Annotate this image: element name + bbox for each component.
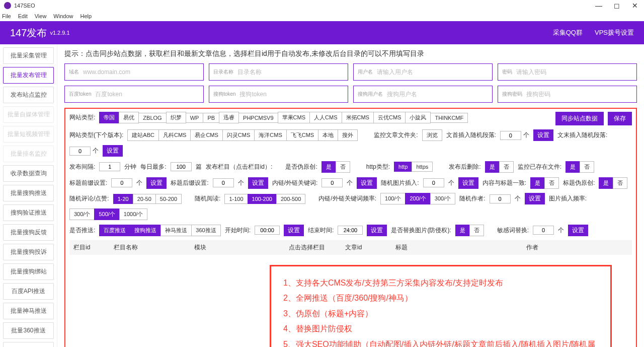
sidebar-item-1[interactable]: 批量发布管理	[3, 67, 54, 84]
insert-tail-input[interactable]	[69, 147, 91, 156]
header-link-qq[interactable]: 采集QQ群	[553, 28, 583, 37]
kw-set-button[interactable]: 设置	[357, 177, 377, 189]
menu-edit[interactable]: Edit	[18, 13, 28, 19]
site-type-option-8[interactable]: 苹果CMS	[278, 112, 310, 123]
randimg-set-button[interactable]: 设置	[458, 177, 478, 189]
user-input[interactable]	[377, 68, 488, 76]
consistent-no[interactable]: 否	[544, 177, 559, 189]
insert-head-set-button[interactable]: 设置	[533, 129, 553, 141]
sidebar-item-8[interactable]: 搜狗验证推送	[3, 204, 54, 221]
sidebar-item-6[interactable]: 收录数据查询	[3, 165, 54, 182]
sogoupwd-input[interactable]	[526, 91, 632, 98]
sidebar-item-9[interactable]: 批量搜狗反馈	[3, 224, 54, 241]
sidebar-item-0[interactable]: 批量采集管理	[3, 47, 54, 64]
sidebar-item-12[interactable]: 百度API推送	[3, 283, 54, 300]
header-link-vps[interactable]: VPS拨号设置	[595, 28, 634, 37]
title-suf-set-button[interactable]: 设置	[248, 177, 268, 189]
kwfreq-option-0[interactable]: 100/个	[380, 193, 406, 204]
site-type-option-10[interactable]: 米拓CMS	[342, 112, 374, 123]
site-type-option-6[interactable]: 迅睿	[219, 112, 239, 123]
sidebar-item-15[interactable]: 链接生成工具	[3, 342, 54, 347]
site-type-option-0[interactable]: 帝国	[99, 112, 119, 123]
sync-button[interactable]: 同步站点数据	[555, 112, 604, 125]
menu-view[interactable]: View	[35, 13, 47, 19]
consistent-yes[interactable]: 是	[530, 177, 545, 189]
delafter-no[interactable]: 否	[499, 161, 514, 173]
push-option-2[interactable]: 神马推送	[160, 225, 192, 236]
https-option[interactable]: https	[412, 162, 433, 172]
site-type-option-12[interactable]: 小旋风	[405, 112, 431, 123]
kwfreq-option-1[interactable]: 200/个	[405, 193, 430, 204]
sidebar-item-7[interactable]: 批量搜狗推送	[3, 185, 54, 201]
menu-window[interactable]: Window	[53, 13, 73, 19]
site-type-option-13[interactable]: THINKCMF	[430, 113, 468, 123]
kw-input[interactable]	[321, 178, 343, 187]
comment-option-1[interactable]: 20-50	[133, 194, 156, 204]
start-set-button[interactable]: 设置	[284, 225, 304, 236]
end-input[interactable]	[338, 226, 363, 235]
site-type-option-9[interactable]: 人人CMS	[309, 112, 342, 123]
imgfreq-option-2[interactable]: 1000/个	[119, 209, 148, 220]
imgfreq-option-0[interactable]: 300/个	[69, 209, 95, 220]
push-option-3[interactable]: 360推送	[191, 225, 220, 236]
original-no[interactable]: 否	[336, 161, 350, 173]
window-minimize-icon[interactable]: —	[590, 0, 608, 11]
title-fake-yes[interactable]: 是	[599, 177, 613, 189]
site-type-option-5[interactable]: PB	[203, 113, 219, 123]
sidebar-item-10[interactable]: 批量搜狗投诉	[3, 244, 54, 260]
site-type2-option-0[interactable]: 建站ABC	[127, 129, 159, 141]
replimg-yes[interactable]: 是	[455, 225, 470, 236]
imgfreq-option-1[interactable]: 500/个	[94, 209, 119, 220]
end-set-button[interactable]: 设置	[367, 225, 387, 236]
site-type2-option-7[interactable]: 搜外	[338, 129, 358, 141]
site-type-option-2[interactable]: ZBLOG	[138, 113, 166, 123]
site-type-option-4[interactable]: WP	[186, 113, 204, 123]
title-pre-input[interactable]	[111, 178, 132, 187]
interval-input[interactable]	[99, 162, 120, 171]
site-type2-option-1[interactable]: 凡科CMS	[158, 129, 191, 141]
site-type2-option-4[interactable]: 海洋CMS	[254, 129, 286, 141]
window-maximize-icon[interactable]: ◻	[608, 0, 626, 11]
daily-input[interactable]	[171, 162, 192, 171]
sensitive-input[interactable]	[533, 226, 554, 235]
read-option-0[interactable]: 1-100	[224, 194, 248, 204]
sidebar-item-2[interactable]: 发布站点监控	[3, 87, 54, 103]
kwfreq-option-2[interactable]: 300/个	[430, 193, 455, 204]
read-option-2[interactable]: 200-500	[276, 194, 305, 204]
author-input[interactable]	[490, 194, 511, 203]
sensitive-set-button[interactable]: 设置	[568, 225, 588, 236]
site-type-option-3[interactable]: 织梦	[166, 112, 186, 123]
start-input[interactable]	[255, 226, 280, 235]
site-type2-option-3[interactable]: 闪灵CMS	[222, 129, 255, 141]
replimg-no[interactable]: 否	[469, 225, 484, 236]
sogou-input[interactable]	[239, 91, 344, 98]
http-option[interactable]: http	[394, 162, 412, 172]
window-close-icon[interactable]: ✕	[626, 0, 644, 11]
title-suf-input[interactable]	[213, 178, 234, 187]
site-type-option-11[interactable]: 云优CMS	[373, 112, 406, 123]
insert-tail-set-button[interactable]: 设置	[103, 145, 123, 157]
site-type-option-7[interactable]: PHPCMSV9	[238, 113, 278, 123]
comment-option-0[interactable]: 1-20	[113, 194, 133, 204]
author-set-button[interactable]: 设置	[525, 193, 545, 204]
site-type-option-1[interactable]: 易优	[119, 112, 139, 123]
sidebar-item-14[interactable]: 批量360推送	[3, 322, 54, 339]
menu-help[interactable]: Help	[80, 13, 92, 19]
title-fake-no[interactable]: 否	[613, 177, 627, 189]
monexist-yes[interactable]: 是	[566, 161, 580, 173]
site-type2-option-5[interactable]: 飞飞CMS	[286, 129, 318, 141]
site-type2-option-6[interactable]: 本地	[318, 129, 338, 141]
dir-input[interactable]	[237, 68, 344, 76]
domain-input[interactable]	[83, 68, 199, 76]
title-pre-set-button[interactable]: 设置	[146, 177, 167, 189]
monexist-no[interactable]: 否	[580, 161, 594, 173]
comment-option-2[interactable]: 50-200	[155, 194, 182, 204]
sogouuser-input[interactable]	[387, 91, 488, 98]
randimg-input[interactable]	[423, 178, 444, 187]
sidebar-item-11[interactable]: 批量搜狗绑站	[3, 263, 54, 280]
site-type2-option-2[interactable]: 易企CMS	[190, 129, 222, 141]
save-button[interactable]: 保存	[608, 112, 632, 125]
browse-button[interactable]: 浏览	[422, 129, 442, 141]
menu-file[interactable]: File	[2, 13, 11, 19]
sidebar-item-13[interactable]: 批量神马推送	[3, 303, 54, 319]
